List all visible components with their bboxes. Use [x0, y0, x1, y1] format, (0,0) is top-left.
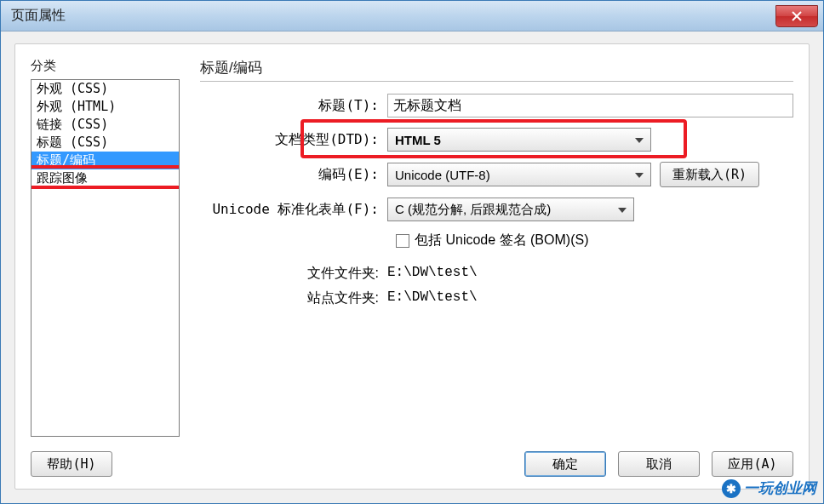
window-title: 页面属性 [11, 7, 66, 25]
file-folder-label: 文件文件夹: [200, 265, 387, 283]
row-title: 标题(T): [200, 94, 793, 117]
row-dtd: 文档类型(DTD): HTML 5 [200, 128, 793, 152]
bom-label: 包括 Unicode 签名 (BOM)(S) [415, 232, 588, 249]
row-file-folder: 文件文件夹: E:\DW\test\ [200, 265, 793, 283]
panel-divider [200, 81, 793, 82]
dialog-window: 页面属性 分类 外观 (CSS) 外观 (HTML) 链接 (CSS) 标题 (… [0, 0, 824, 504]
category-item-tracing-image[interactable]: 跟踪图像 [31, 169, 179, 187]
category-item-appearance-css[interactable]: 外观 (CSS) [31, 80, 179, 98]
settings-panel: 标题/编码 标题(T): 文档类型(DTD): HTML 5 编码(E): Un… [200, 58, 793, 434]
row-encoding: 编码(E): Unicode (UTF-8) 重新载入(R) [200, 162, 793, 187]
normalization-value: C (规范分解, 后跟规范合成) [395, 202, 551, 218]
ok-button[interactable]: 确定 [524, 451, 606, 477]
close-icon [792, 11, 802, 21]
encoding-label: 编码(E): [200, 166, 387, 184]
category-item-headings-css[interactable]: 标题 (CSS) [31, 134, 179, 152]
apply-button[interactable]: 应用(A) [712, 451, 793, 477]
cancel-button[interactable]: 取消 [618, 451, 700, 477]
site-folder-value: E:\DW\test\ [387, 289, 478, 307]
close-button[interactable] [775, 5, 818, 27]
row-bom: 包括 Unicode 签名 (BOM)(S) [396, 232, 793, 249]
category-label: 分类 [31, 58, 180, 74]
bom-checkbox[interactable] [396, 234, 409, 248]
category-column: 分类 外观 (CSS) 外观 (HTML) 链接 (CSS) 标题 (CSS) … [31, 58, 180, 434]
help-button[interactable]: 帮助(H) [31, 451, 112, 477]
file-folder-value: E:\DW\test\ [387, 265, 478, 283]
dtd-value: HTML 5 [395, 133, 441, 147]
encoding-value: Unicode (UTF-8) [395, 168, 490, 182]
normalization-dropdown[interactable]: C (规范分解, 后跟规范合成) [387, 198, 634, 221]
titlebar: 页面属性 [1, 1, 823, 32]
dialog-inner: 分类 外观 (CSS) 外观 (HTML) 链接 (CSS) 标题 (CSS) … [14, 43, 810, 490]
category-item-appearance-html[interactable]: 外观 (HTML) [31, 98, 179, 116]
dialog-button-bar: 帮助(H) 确定 取消 应用(A) [31, 451, 793, 477]
panel-heading: 标题/编码 [200, 58, 793, 77]
row-normalization: Unicode 标准化表单(F): C (规范分解, 后跟规范合成) [200, 198, 793, 221]
dtd-label: 文档类型(DTD): [200, 131, 387, 149]
category-item-title-encoding[interactable]: 标题/编码 [31, 152, 179, 169]
category-item-links-css[interactable]: 链接 (CSS) [31, 116, 179, 134]
button-group-right: 确定 取消 应用(A) [524, 451, 793, 477]
category-list[interactable]: 外观 (CSS) 外观 (HTML) 链接 (CSS) 标题 (CSS) 标题/… [31, 79, 180, 437]
site-folder-label: 站点文件夹: [200, 289, 387, 307]
title-input[interactable] [387, 94, 793, 117]
dtd-dropdown[interactable]: HTML 5 [387, 128, 651, 152]
title-label: 标题(T): [200, 97, 387, 115]
reload-button[interactable]: 重新载入(R) [660, 162, 759, 187]
normalization-label: Unicode 标准化表单(F): [200, 201, 387, 219]
row-site-folder: 站点文件夹: E:\DW\test\ [200, 289, 793, 307]
dialog-body: 分类 外观 (CSS) 外观 (HTML) 链接 (CSS) 标题 (CSS) … [1, 32, 823, 503]
encoding-dropdown[interactable]: Unicode (UTF-8) [387, 163, 651, 186]
